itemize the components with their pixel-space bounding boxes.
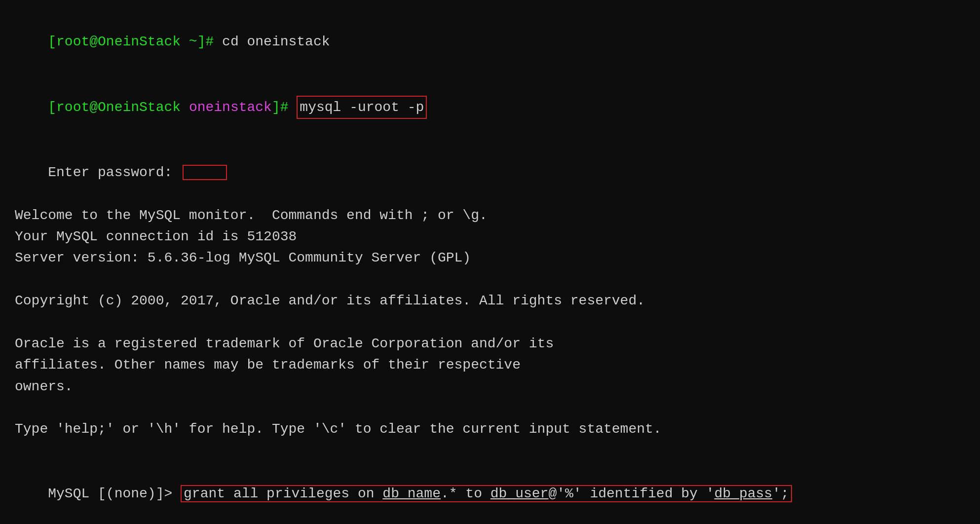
grant-command-box: grant all privileges on db_name.* to db_… (181, 485, 792, 502)
line-oracle-tm-1: Oracle is a registered trademark of Orac… (15, 333, 965, 354)
prompt-dir-2: oneinstack (189, 100, 272, 115)
prompt-green-1: [root@OneinStack ~]# (48, 34, 214, 49)
empty-line-1 (15, 269, 965, 290)
line-server-version: Server version: 5.6.36-log MySQL Communi… (15, 247, 965, 268)
cmd-space (289, 100, 297, 115)
empty-line-4 (15, 440, 965, 461)
password-input-box[interactable] (183, 165, 227, 180)
prompt-hash-2: ]# (272, 100, 289, 115)
line-connection-id: Your MySQL connection id is 512038 (15, 226, 965, 247)
empty-line-2 (15, 311, 965, 333)
line-welcome: Welcome to the MySQL monitor. Commands e… (15, 205, 965, 226)
line-cd: [root@OneinStack ~]# cd oneinstack (15, 10, 965, 74)
empty-line-3 (15, 397, 965, 418)
mysql-command-box: mysql -uroot -p (297, 96, 427, 119)
line-password: Enter password: (15, 140, 965, 204)
terminal: [root@OneinStack ~]# cd oneinstack [root… (15, 10, 965, 524)
line-copyright: Copyright (c) 2000, 2017, Oracle and/or … (15, 290, 965, 311)
cmd-cd: cd oneinstack (214, 34, 330, 49)
prompt-green-2: [root@OneinStack (48, 100, 189, 115)
line-oracle-tm-2: affiliates. Other names may be trademark… (15, 354, 965, 375)
line-help-hint: Type 'help;' or '\h' for help. Type '\c'… (15, 418, 965, 440)
line-oracle-tm-3: owners. (15, 376, 965, 397)
line-mysql-login: [root@OneinStack oneinstack]# mysql -uro… (15, 74, 965, 140)
line-grant-cmd: MySQL [(none)]> grant all privileges on … (15, 461, 965, 524)
mysql-prompt-grant: MySQL [(none)]> (48, 486, 181, 501)
password-label: Enter password: (48, 165, 181, 180)
